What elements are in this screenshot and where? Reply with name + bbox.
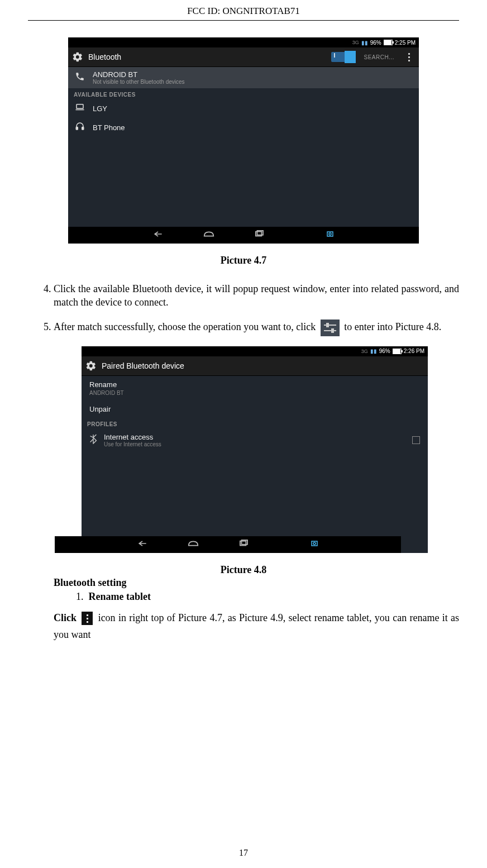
self-device-row[interactable]: ANDROID BT Not visible to other Bluetoot… <box>68 67 419 88</box>
nav-bar <box>55 536 401 553</box>
caption-picture-4-8: Picture 4.8 <box>28 564 459 576</box>
unpair-row[interactable]: Unpair <box>82 400 428 418</box>
device-name: BT Phone <box>93 123 125 132</box>
svg-rect-2 <box>82 127 84 130</box>
unpair-label: Unpair <box>89 405 111 413</box>
profile-checkbox[interactable] <box>412 436 420 444</box>
para-click-word: Click <box>54 612 79 623</box>
nav-back-icon[interactable] <box>137 540 148 550</box>
nav-bar <box>68 227 419 244</box>
phone-icon <box>74 71 86 84</box>
bluetooth-setting-heading: Bluetooth setting <box>54 577 459 589</box>
nav-volume-icon[interactable] <box>326 230 335 240</box>
rename-row[interactable]: Rename ANDROID BT <box>82 376 428 400</box>
self-device-sub: Not visible to other Bluetooth devices <box>93 79 185 85</box>
search-devices-button[interactable]: SEARCH... <box>360 54 398 60</box>
profiles-label: PROFILES <box>82 418 428 428</box>
svg-rect-0 <box>77 104 83 109</box>
instruction-list: Click the available Bluetooth device, it… <box>28 282 459 336</box>
svg-point-10 <box>313 542 316 545</box>
battery-percent: 96% <box>379 348 390 354</box>
available-devices-label: AVAILABLE DEVICES <box>68 88 419 99</box>
step-5-text-a: After match successfully, choose the ope… <box>54 321 318 332</box>
battery-percent: 96% <box>370 40 381 46</box>
nav-recent-icon[interactable] <box>254 230 264 240</box>
para-rest: icon in right top of Picture 4.7, as Pic… <box>54 612 459 641</box>
signal-icon: 3G <box>361 349 368 354</box>
caption-picture-4-7: Picture 4.7 <box>28 255 459 266</box>
nav-recent-icon[interactable] <box>238 540 249 550</box>
screenshot-paired-device: 3G ▮▮ 96% 2:26 PM Paired Bluetooth devic… <box>82 346 428 553</box>
settings-sliders-icon <box>321 319 340 336</box>
device-row-btphone[interactable]: BT Phone <box>68 118 419 137</box>
svg-rect-1 <box>76 127 78 130</box>
rename-tablet-label: Rename tablet <box>89 591 151 602</box>
status-time: 2:25 PM <box>395 40 416 46</box>
settings-gear-icon[interactable] <box>85 360 97 372</box>
app-bar: Bluetooth I SEARCH... <box>68 47 419 67</box>
toggle-on-label: I <box>333 53 335 59</box>
fcc-id-header: FCC ID: ONGNITROTAB71 <box>28 6 459 21</box>
nav-back-icon[interactable] <box>152 230 164 240</box>
status-bar: 3G ▮▮ 96% 2:25 PM <box>68 37 419 47</box>
list-number: 1. <box>76 591 84 602</box>
device-name: LGY <box>93 104 107 113</box>
step-4: Click the available Bluetooth device, it… <box>54 282 459 309</box>
svg-rect-9 <box>312 541 317 546</box>
nav-home-icon[interactable] <box>203 230 215 240</box>
self-device-name: ANDROID BT <box>93 70 185 79</box>
nav-volume-icon[interactable] <box>310 540 319 550</box>
headphones-icon <box>74 121 86 133</box>
profile-internet-row[interactable]: Internet access Use for Internet access <box>82 428 428 452</box>
rename-label: Rename <box>89 380 117 389</box>
settings-gear-icon[interactable] <box>71 51 84 63</box>
rename-instruction-paragraph: Click icon in right top of Picture 4.7, … <box>54 609 459 643</box>
battery-icon <box>393 349 402 354</box>
signal-bars-icon: ▮▮ <box>361 40 368 46</box>
svg-point-6 <box>329 233 331 235</box>
status-time: 2:26 PM <box>404 348 424 354</box>
profile-name: Internet access <box>104 433 161 441</box>
rename-tablet-item: 1. Rename tablet <box>76 591 459 603</box>
bluetooth-icon <box>89 434 97 446</box>
rename-value: ANDROID BT <box>89 390 124 396</box>
step-5: After match successfully, choose the ope… <box>54 319 459 336</box>
step-5-text-b: to enter into Picture 4.8. <box>344 321 441 332</box>
signal-icon: 3G <box>352 40 359 45</box>
battery-icon <box>384 40 393 45</box>
nav-home-icon[interactable] <box>187 540 199 550</box>
overflow-menu-icon <box>82 612 93 625</box>
laptop-icon <box>74 102 86 115</box>
overflow-menu-icon[interactable] <box>402 53 416 61</box>
device-row-lgy[interactable]: LGY <box>68 99 419 118</box>
screenshot-bluetooth-list: 3G ▮▮ 96% 2:25 PM Bluetooth I SEARCH... <box>68 37 419 244</box>
status-bar: 3G ▮▮ 96% 2:26 PM <box>82 346 428 356</box>
page-number: 17 <box>0 848 487 858</box>
signal-bars-icon: ▮▮ <box>370 348 377 354</box>
bluetooth-toggle[interactable]: I <box>331 52 356 62</box>
profile-sub: Use for Internet access <box>104 441 161 447</box>
appbar-title: Paired Bluetooth device <box>102 361 184 370</box>
svg-rect-5 <box>327 232 333 236</box>
app-bar: Paired Bluetooth device <box>82 356 428 376</box>
appbar-title: Bluetooth <box>88 53 121 61</box>
